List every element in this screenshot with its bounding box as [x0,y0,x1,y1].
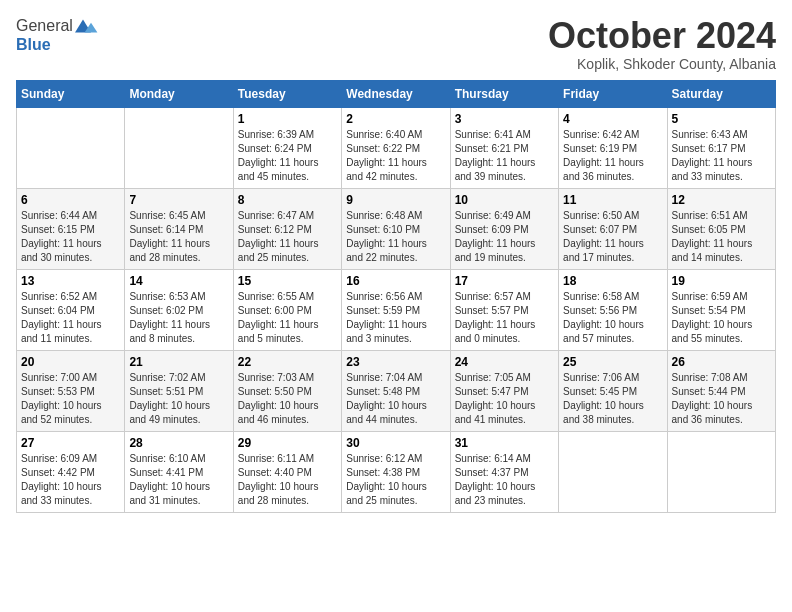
cell-content: Sunrise: 6:49 AM Sunset: 6:09 PM Dayligh… [455,209,554,265]
calendar-cell: 12Sunrise: 6:51 AM Sunset: 6:05 PM Dayli… [667,188,775,269]
day-number: 19 [672,274,771,288]
day-number: 29 [238,436,337,450]
day-header-tuesday: Tuesday [233,80,341,107]
calendar-table: SundayMondayTuesdayWednesdayThursdayFrid… [16,80,776,513]
day-number: 16 [346,274,445,288]
cell-content: Sunrise: 6:10 AM Sunset: 4:41 PM Dayligh… [129,452,228,508]
calendar-cell: 14Sunrise: 6:53 AM Sunset: 6:02 PM Dayli… [125,269,233,350]
cell-content: Sunrise: 7:03 AM Sunset: 5:50 PM Dayligh… [238,371,337,427]
cell-content: Sunrise: 6:39 AM Sunset: 6:24 PM Dayligh… [238,128,337,184]
calendar-cell [667,431,775,512]
cell-content: Sunrise: 6:43 AM Sunset: 6:17 PM Dayligh… [672,128,771,184]
day-header-saturday: Saturday [667,80,775,107]
day-number: 15 [238,274,337,288]
day-number: 13 [21,274,120,288]
cell-content: Sunrise: 6:58 AM Sunset: 5:56 PM Dayligh… [563,290,662,346]
cell-content: Sunrise: 6:50 AM Sunset: 6:07 PM Dayligh… [563,209,662,265]
title-area: October 2024 Koplik, Shkoder County, Alb… [548,16,776,72]
calendar-cell: 15Sunrise: 6:55 AM Sunset: 6:00 PM Dayli… [233,269,341,350]
day-header-friday: Friday [559,80,667,107]
day-number: 7 [129,193,228,207]
calendar-cell: 24Sunrise: 7:05 AM Sunset: 5:47 PM Dayli… [450,350,558,431]
calendar-week-1: 1Sunrise: 6:39 AM Sunset: 6:24 PM Daylig… [17,107,776,188]
day-number: 23 [346,355,445,369]
cell-content: Sunrise: 6:53 AM Sunset: 6:02 PM Dayligh… [129,290,228,346]
calendar-cell [17,107,125,188]
day-header-sunday: Sunday [17,80,125,107]
day-number: 5 [672,112,771,126]
logo-general: General [16,17,73,35]
calendar-cell: 1Sunrise: 6:39 AM Sunset: 6:24 PM Daylig… [233,107,341,188]
logo-blue: Blue [16,36,51,54]
location-subtitle: Koplik, Shkoder County, Albania [548,56,776,72]
calendar-cell: 23Sunrise: 7:04 AM Sunset: 5:48 PM Dayli… [342,350,450,431]
cell-content: Sunrise: 7:08 AM Sunset: 5:44 PM Dayligh… [672,371,771,427]
cell-content: Sunrise: 6:40 AM Sunset: 6:22 PM Dayligh… [346,128,445,184]
calendar-cell: 18Sunrise: 6:58 AM Sunset: 5:56 PM Dayli… [559,269,667,350]
day-number: 25 [563,355,662,369]
calendar-cell: 3Sunrise: 6:41 AM Sunset: 6:21 PM Daylig… [450,107,558,188]
cell-content: Sunrise: 7:05 AM Sunset: 5:47 PM Dayligh… [455,371,554,427]
calendar-cell: 25Sunrise: 7:06 AM Sunset: 5:45 PM Dayli… [559,350,667,431]
calendar-cell [559,431,667,512]
day-number: 21 [129,355,228,369]
cell-content: Sunrise: 6:44 AM Sunset: 6:15 PM Dayligh… [21,209,120,265]
cell-content: Sunrise: 6:51 AM Sunset: 6:05 PM Dayligh… [672,209,771,265]
calendar-week-3: 13Sunrise: 6:52 AM Sunset: 6:04 PM Dayli… [17,269,776,350]
day-number: 3 [455,112,554,126]
calendar-cell: 30Sunrise: 6:12 AM Sunset: 4:38 PM Dayli… [342,431,450,512]
day-number: 31 [455,436,554,450]
calendar-cell: 17Sunrise: 6:57 AM Sunset: 5:57 PM Dayli… [450,269,558,350]
calendar-cell: 22Sunrise: 7:03 AM Sunset: 5:50 PM Dayli… [233,350,341,431]
calendar-header-row: SundayMondayTuesdayWednesdayThursdayFrid… [17,80,776,107]
day-number: 14 [129,274,228,288]
cell-content: Sunrise: 7:00 AM Sunset: 5:53 PM Dayligh… [21,371,120,427]
cell-content: Sunrise: 7:04 AM Sunset: 5:48 PM Dayligh… [346,371,445,427]
cell-content: Sunrise: 6:41 AM Sunset: 6:21 PM Dayligh… [455,128,554,184]
day-number: 9 [346,193,445,207]
calendar-cell: 10Sunrise: 6:49 AM Sunset: 6:09 PM Dayli… [450,188,558,269]
calendar-cell: 5Sunrise: 6:43 AM Sunset: 6:17 PM Daylig… [667,107,775,188]
day-number: 24 [455,355,554,369]
calendar-cell: 28Sunrise: 6:10 AM Sunset: 4:41 PM Dayli… [125,431,233,512]
day-number: 2 [346,112,445,126]
calendar-cell: 8Sunrise: 6:47 AM Sunset: 6:12 PM Daylig… [233,188,341,269]
cell-content: Sunrise: 7:02 AM Sunset: 5:51 PM Dayligh… [129,371,228,427]
cell-content: Sunrise: 6:14 AM Sunset: 4:37 PM Dayligh… [455,452,554,508]
day-number: 1 [238,112,337,126]
cell-content: Sunrise: 6:55 AM Sunset: 6:00 PM Dayligh… [238,290,337,346]
day-number: 8 [238,193,337,207]
day-number: 22 [238,355,337,369]
month-title: October 2024 [548,16,776,56]
day-header-wednesday: Wednesday [342,80,450,107]
day-number: 20 [21,355,120,369]
calendar-week-5: 27Sunrise: 6:09 AM Sunset: 4:42 PM Dayli… [17,431,776,512]
calendar-cell: 21Sunrise: 7:02 AM Sunset: 5:51 PM Dayli… [125,350,233,431]
day-number: 6 [21,193,120,207]
calendar-cell: 19Sunrise: 6:59 AM Sunset: 5:54 PM Dayli… [667,269,775,350]
calendar-cell: 31Sunrise: 6:14 AM Sunset: 4:37 PM Dayli… [450,431,558,512]
cell-content: Sunrise: 6:12 AM Sunset: 4:38 PM Dayligh… [346,452,445,508]
logo-icon [75,16,99,36]
cell-content: Sunrise: 6:48 AM Sunset: 6:10 PM Dayligh… [346,209,445,265]
day-number: 4 [563,112,662,126]
day-header-thursday: Thursday [450,80,558,107]
calendar-cell: 16Sunrise: 6:56 AM Sunset: 5:59 PM Dayli… [342,269,450,350]
day-number: 11 [563,193,662,207]
calendar-cell: 26Sunrise: 7:08 AM Sunset: 5:44 PM Dayli… [667,350,775,431]
day-number: 26 [672,355,771,369]
calendar-week-2: 6Sunrise: 6:44 AM Sunset: 6:15 PM Daylig… [17,188,776,269]
cell-content: Sunrise: 6:52 AM Sunset: 6:04 PM Dayligh… [21,290,120,346]
calendar-cell: 9Sunrise: 6:48 AM Sunset: 6:10 PM Daylig… [342,188,450,269]
cell-content: Sunrise: 6:42 AM Sunset: 6:19 PM Dayligh… [563,128,662,184]
calendar-cell: 7Sunrise: 6:45 AM Sunset: 6:14 PM Daylig… [125,188,233,269]
calendar-cell [125,107,233,188]
day-header-monday: Monday [125,80,233,107]
logo: General Blue [16,16,99,54]
calendar-cell: 6Sunrise: 6:44 AM Sunset: 6:15 PM Daylig… [17,188,125,269]
calendar-cell: 20Sunrise: 7:00 AM Sunset: 5:53 PM Dayli… [17,350,125,431]
day-number: 17 [455,274,554,288]
calendar-cell: 4Sunrise: 6:42 AM Sunset: 6:19 PM Daylig… [559,107,667,188]
page-header: General Blue October 2024 Koplik, Shkode… [16,16,776,72]
day-number: 30 [346,436,445,450]
